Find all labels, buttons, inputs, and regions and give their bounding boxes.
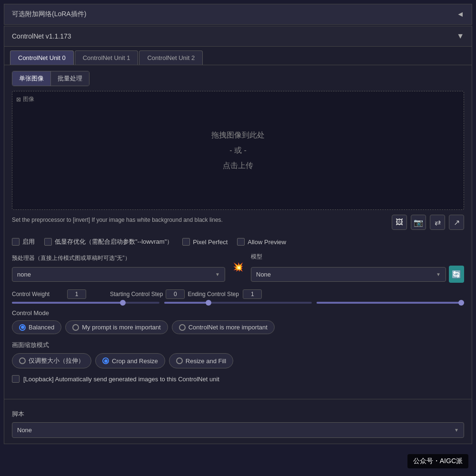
allow-preview-label: Allow Preview xyxy=(248,238,286,246)
control-weight-label: Control Weight xyxy=(12,291,64,298)
controlnet-unit-tabs: ControlNet Unit 0 ControlNet Unit 1 Cont… xyxy=(4,47,472,65)
radio-controlnet-label: ControlNet is more important xyxy=(188,324,268,331)
starting-step-track[interactable] xyxy=(164,302,312,304)
preprocessor-value: none xyxy=(17,271,31,278)
starting-step-label: Starting Control Step xyxy=(110,291,163,298)
three-sliders-row: Control Weight 1 Starting Control Step 0… xyxy=(12,289,464,299)
model-value: None xyxy=(256,271,271,278)
slider-section: Control Weight 1 Starting Control Step 0… xyxy=(12,289,464,304)
checkbox-enable[interactable]: 启用 xyxy=(12,238,35,246)
sub-tabs: 单张图像 批量处理 xyxy=(12,71,89,86)
hint-text: Set the preprocessor to [invert] If your… xyxy=(12,216,223,224)
controlnet-title: ControlNet v1.1.173 xyxy=(12,32,71,40)
ending-step-label: Ending Control Step xyxy=(188,291,240,298)
control-mode-radio-group: Balanced My prompt is more important Con… xyxy=(12,320,464,334)
radio-my-prompt-dot xyxy=(72,324,79,331)
ending-step-group: Ending Control Step 1 xyxy=(188,289,262,299)
control-mode-title: Control Mode xyxy=(12,309,464,317)
radio-crop-dot xyxy=(102,357,109,364)
radio-balanced[interactable]: Balanced xyxy=(12,320,61,334)
radio-balanced-dot xyxy=(19,324,26,331)
resize-mode-radio-group: 仅调整大小（拉伸） Crop and Resize Resize and Fil… xyxy=(12,353,464,368)
hint-row: Set the preprocessor to [invert] If your… xyxy=(12,216,464,230)
dropdowns-row: 预处理器（直接上传模式图或草稿时可选"无"） none ▼ 💥 模型 None … xyxy=(12,253,464,283)
lora-section-header: 可选附加网络(LoRA插件) ◄ xyxy=(4,4,472,25)
radio-my-prompt-label: My prompt is more important xyxy=(82,324,160,331)
starting-step-value[interactable]: 0 xyxy=(166,289,185,299)
panel-body: 单张图像 批量处理 ⊠ 图像 拖拽图像到此处 - 或 - 点击上传 Set th… xyxy=(4,65,472,394)
radio-crop-label: Crop and Resize xyxy=(112,357,158,365)
radio-resize-stretch[interactable]: 仅调整大小（拉伸） xyxy=(12,353,91,368)
tab-unit-2[interactable]: ControlNet Unit 2 xyxy=(139,50,203,65)
loopback-checkbox-box[interactable] xyxy=(12,375,20,383)
image-icon[interactable]: 🖼 xyxy=(392,215,407,230)
lora-collapse-icon[interactable]: ◄ xyxy=(456,10,464,19)
checkbox-allow-preview[interactable]: Allow Preview xyxy=(237,238,286,246)
model-dropdown-arrow: ▼ xyxy=(436,272,441,277)
model-refresh-button[interactable]: 🔄 xyxy=(449,266,464,283)
radio-fill-label: Resize and Fill xyxy=(186,357,226,365)
control-weight-group: Control Weight 1 xyxy=(12,289,107,299)
sub-tab-batch[interactable]: 批量处理 xyxy=(51,71,89,86)
upload-line1: 拖拽图像到此处 xyxy=(211,128,265,143)
upload-instructions: 拖拽图像到此处 - 或 - 点击上传 xyxy=(211,128,265,173)
model-row: None ▼ 🔄 xyxy=(251,266,464,283)
script-dropdown-arrow: ▼ xyxy=(454,427,459,433)
sub-tab-single[interactable]: 单张图像 xyxy=(12,71,51,86)
model-group: 模型 None ▼ 🔄 xyxy=(251,253,464,283)
radio-controlnet[interactable]: ControlNet is more important xyxy=(172,320,275,334)
script-label: 脚本 xyxy=(12,410,464,418)
fire-icon[interactable]: 💥 xyxy=(231,260,245,274)
resize-mode-title: 画面缩放模式 xyxy=(12,341,464,349)
starting-step-group: Starting Control Step 0 xyxy=(110,289,185,299)
wechat-badge: 公众号・AIGC派 xyxy=(407,454,468,468)
control-mode-section: Control Mode Balanced My prompt is more … xyxy=(12,309,464,334)
enable-label: 启用 xyxy=(22,238,35,246)
tab-unit-1[interactable]: ControlNet Unit 1 xyxy=(75,50,139,65)
preprocessor-group: 预处理器（直接上传模式图或草稿时可选"无"） none ▼ xyxy=(12,254,225,282)
controlnet-panel: ControlNet v1.1.173 ▼ ControlNet Unit 0 … xyxy=(4,26,472,444)
image-upload-area[interactable]: ⊠ 图像 拖拽图像到此处 - 或 - 点击上传 xyxy=(12,91,464,210)
camera-icon[interactable]: 📷 xyxy=(411,215,426,230)
loopback-label: [Loopback] Automatically send generated … xyxy=(23,376,219,383)
script-dropdown[interactable]: None ▼ xyxy=(12,422,464,438)
preprocessor-label: 预处理器（直接上传模式图或草稿时可选"无"） xyxy=(12,254,225,262)
control-weight-track[interactable] xyxy=(12,302,159,304)
resize-section: 画面缩放模式 仅调整大小（拉伸） Crop and Resize Resize … xyxy=(12,341,464,368)
radio-fill-dot xyxy=(176,357,183,364)
enable-checkbox-box[interactable] xyxy=(12,238,20,246)
preprocessor-dropdown[interactable]: none ▼ xyxy=(12,267,225,282)
checkboxes-row: 启用 低显存优化（需配合启动参数"--lowvram"） Pixel Perfe… xyxy=(12,238,464,246)
model-dropdown[interactable]: None ▼ xyxy=(251,267,446,282)
script-value: None xyxy=(17,426,32,434)
controlnet-header: ControlNet v1.1.173 ▼ xyxy=(4,26,472,47)
pixel-perfect-checkbox-box[interactable] xyxy=(182,238,190,246)
upload-line3: 点击上传 xyxy=(211,158,265,173)
upload-label: ⊠ 图像 xyxy=(16,95,34,103)
ending-step-value[interactable]: 1 xyxy=(243,289,262,299)
checkbox-pixel-perfect[interactable]: Pixel Perfect xyxy=(182,238,228,246)
model-label: 模型 xyxy=(251,253,464,261)
control-weight-value[interactable]: 1 xyxy=(67,289,86,299)
radio-stretch-dot xyxy=(19,357,26,364)
radio-stretch-label: 仅调整大小（拉伸） xyxy=(29,357,84,365)
radio-crop-resize[interactable]: Crop and Resize xyxy=(95,353,165,368)
radio-resize-fill[interactable]: Resize and Fill xyxy=(169,353,233,368)
upload-label-text: 图像 xyxy=(23,95,34,103)
controlnet-collapse-icon[interactable]: ▼ xyxy=(456,32,464,40)
allow-preview-checkbox-box[interactable] xyxy=(237,238,245,246)
script-section: 脚本 None ▼ xyxy=(4,404,472,444)
radio-controlnet-dot xyxy=(179,324,186,331)
lowvram-checkbox-box[interactable] xyxy=(44,238,52,246)
lowvram-label: 低显存优化（需配合启动参数"--lowvram"） xyxy=(55,238,173,246)
action-icons: 🖼 📷 ⇄ ↗ xyxy=(392,215,464,230)
ending-step-track[interactable] xyxy=(317,302,464,304)
radio-my-prompt[interactable]: My prompt is more important xyxy=(65,320,168,334)
arrow-out-icon[interactable]: ↗ xyxy=(449,215,464,230)
tab-unit-0[interactable]: ControlNet Unit 0 xyxy=(10,50,74,65)
lora-title: 可选附加网络(LoRA插件) xyxy=(12,10,86,19)
checkbox-lowvram[interactable]: 低显存优化（需配合启动参数"--lowvram"） xyxy=(44,238,173,246)
fire-icon-wrapper: 💥 xyxy=(231,260,245,276)
loopback-row[interactable]: [Loopback] Automatically send generated … xyxy=(12,375,464,383)
swap-icon[interactable]: ⇄ xyxy=(430,215,445,230)
